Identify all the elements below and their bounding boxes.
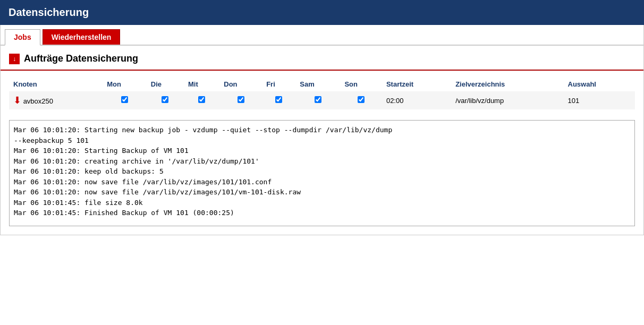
col-zielverzeichnis: Zielverzeichnis xyxy=(451,77,563,91)
jobs-table-container: Knoten Mon Die Mit Don Fri Sam Son Start… xyxy=(1,71,643,116)
tab-bar: Jobs Wiederherstellen xyxy=(1,25,643,46)
row-die[interactable] xyxy=(147,91,184,109)
checkbox-die[interactable] xyxy=(162,96,168,103)
row-knoten: ⬇ avbox250 xyxy=(9,91,103,109)
table-row: ⬇ avbox250 xyxy=(9,91,635,109)
col-sam: Sam xyxy=(295,77,340,91)
main-content: Jobs Wiederherstellen ↓ Aufträge Datensi… xyxy=(0,25,644,235)
row-startzeit: 02:00 xyxy=(382,91,451,109)
row-son[interactable] xyxy=(340,91,382,109)
col-startzeit: Startzeit xyxy=(382,77,451,91)
section-title: Aufträge Datensicherung xyxy=(24,53,138,64)
row-don[interactable] xyxy=(219,91,262,109)
node-name: avbox250 xyxy=(23,97,53,105)
table-header-row: Knoten Mon Die Mit Don Fri Sam Son Start… xyxy=(9,77,635,91)
row-mon[interactable] xyxy=(103,91,147,109)
row-mit[interactable] xyxy=(184,91,219,109)
checkbox-son[interactable] xyxy=(358,96,365,103)
col-son: Son xyxy=(340,77,382,91)
col-mon: Mon xyxy=(103,77,147,91)
log-output: Mar 06 10:01:20: Starting new backup job… xyxy=(9,120,635,226)
checkbox-sam[interactable] xyxy=(315,96,321,103)
tab-jobs[interactable]: Jobs xyxy=(5,29,40,46)
checkbox-don[interactable] xyxy=(238,96,244,103)
jobs-table: Knoten Mon Die Mit Don Fri Sam Son Start… xyxy=(9,77,635,109)
col-die: Die xyxy=(147,77,184,91)
row-fri[interactable] xyxy=(262,91,295,109)
col-fri: Fri xyxy=(262,77,295,91)
col-auswahl: Auswahl xyxy=(564,77,635,91)
row-zielverzeichnis: /var/lib/vz/dump xyxy=(451,91,563,109)
col-don: Don xyxy=(219,77,262,91)
node-down-icon: ⬇ xyxy=(13,95,21,106)
section-icon: ↓ xyxy=(9,54,20,64)
col-mit: Mit xyxy=(184,77,219,91)
checkbox-mit[interactable] xyxy=(198,96,205,103)
checkbox-mon[interactable] xyxy=(121,96,128,103)
tab-wiederherstellen[interactable]: Wiederherstellen xyxy=(43,29,121,45)
header: Datensicherung xyxy=(0,0,644,25)
row-sam[interactable] xyxy=(295,91,340,109)
section-heading: ↓ Aufträge Datensicherung xyxy=(1,46,643,71)
page-title: Datensicherung xyxy=(9,6,635,19)
checkbox-fri[interactable] xyxy=(275,96,282,103)
col-knoten: Knoten xyxy=(9,77,103,91)
row-auswahl: 101 xyxy=(564,91,635,109)
